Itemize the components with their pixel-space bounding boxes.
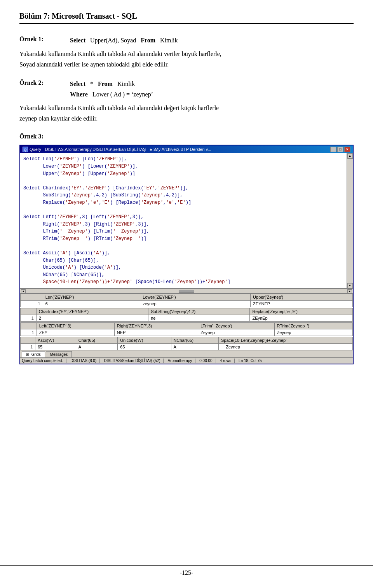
status-time: 0:00:00 (199, 359, 216, 363)
maximize-button[interactable]: □ (337, 147, 343, 152)
example2-code1: Select * From Kimlik (70, 79, 354, 89)
example2-section: Örnek 2: Select * From Kimlik Where Lowe… (19, 79, 354, 124)
page-title: Bölüm 7: Microsoft Transact - SQL (19, 12, 354, 21)
col-header-charindex: CharIndex('EY','ZEYNEP') (36, 308, 148, 315)
example2-label: Örnek 2: (19, 79, 70, 86)
col-header-left: Left('ZEYNEP',3) (37, 323, 114, 329)
col-header-nchar: NChar(65) (171, 337, 218, 344)
example2-desc: Yukarıdaki kullanımda Kimlik adlı tablod… (19, 103, 354, 124)
results-table-4: Ascii('A') Char(65) Unicode('A') NChar(6… (20, 337, 353, 350)
col-header-unicode: Unicode('A') (118, 337, 171, 344)
status-rows: 4 rows (220, 359, 235, 363)
sql-line-10: RTrim('Zeynep ') [RTrim('Zeynep ')] (23, 235, 343, 243)
sql-line-4: Select CharIndex('EY','ZEYNEP') [CharInd… (23, 185, 343, 192)
window-title: Query - DISLITAS.Aromatherapy.DISLITAS\S… (30, 147, 211, 152)
grids-icon: ⊞ (26, 352, 29, 357)
sql-line-2: Lower('ZEYNEP') [Lower('ZEYNEP')], (23, 163, 343, 170)
col-header-substring: SubString('Zeynep',4,2) (148, 308, 250, 315)
sql-line-13: Unicode('A') [Unicode('A')], (23, 264, 343, 271)
sql-line-9: LTrim(' Zeynep') [LTrim(' Zeynep')], (23, 228, 343, 235)
row-num: 1 (21, 301, 43, 307)
editor-container: Select Len('ZEYNEP') [Len('ZEYNEP')], Lo… (20, 153, 353, 289)
cell-space-zeynep: Zeynep (219, 344, 353, 350)
cell-right: NEP (114, 329, 198, 336)
messages-tab[interactable]: Messages (46, 351, 72, 357)
sql-line-11: Select Ascii('A') [Ascii('A')], (23, 250, 343, 257)
result-row: 1 6 zeynep ZEYNEP (21, 301, 353, 307)
sql-line-15: Space(10-Len('Zeynep'))+'Zeynep' [Space(… (23, 278, 343, 286)
result-row4: 1 65 A 65 A Zeynep (21, 344, 353, 350)
h-scrollbar[interactable]: ◄ ► (20, 289, 353, 293)
col-header-rownum3 (21, 323, 37, 329)
sql-line-14: NChar(65) [NChar(65)], (23, 271, 343, 279)
cell-ascii: 65 (35, 344, 76, 350)
example1-desc: Yukarıdaki kullanımda Kimlik adlı tablod… (19, 49, 354, 70)
row-num4: 1 (21, 344, 35, 350)
example3-section: Örnek 3: Q Query - DISLITAS.Aromatherapy… (19, 133, 354, 364)
col-header-ltrim: LTrim(' Zeynep') (198, 323, 274, 329)
cell-upper: ZEYNEP (251, 301, 353, 307)
example1-label: Örnek 1: (19, 35, 70, 43)
query-titlebar: Q Query - DISLITAS.Aromatherapy.DISLITAS… (20, 145, 353, 153)
col-header-rownum4 (21, 337, 35, 344)
scroll-up-btn[interactable]: ▲ (347, 153, 353, 159)
example1-content: Select Upper(Ad), Soyad From Kimlik (70, 35, 354, 46)
titlebar-buttons[interactable]: _ □ ✕ (330, 147, 350, 152)
cell-substring: ne (148, 315, 250, 322)
cell-char: A (76, 344, 117, 350)
grids-tab[interactable]: ⊞ Grids (22, 351, 45, 357)
col-header-rownum2 (21, 308, 37, 315)
col-header-rtrim: RTrim('Zeynep ') (274, 323, 352, 329)
page-header: Bölüm 7: Microsoft Transact - SQL (19, 12, 354, 24)
cell-replace: ZEynEp (250, 315, 353, 322)
query-editor[interactable]: Select Len('ZEYNEP') [Len('ZEYNEP')], Lo… (20, 153, 347, 289)
sql-line-5: SubString('Zeynep',4,2) [SubString('Zeyn… (23, 192, 343, 199)
h-scroll-track2 (194, 290, 347, 293)
col-header-rownum (21, 294, 43, 301)
cell-unicode: 65 (118, 344, 171, 350)
result-row2: 1 2 ne ZEynEp (21, 315, 353, 322)
sql-line-12: Char(65) [Char(65)], (23, 257, 343, 264)
result-row3: 1 ZEY NEP Zeynep Zeynep (21, 329, 353, 336)
col-header-lower: Lower('ZEYNEP') (140, 294, 251, 301)
cell-lower: zeynep (140, 301, 251, 307)
row-num3: 1 (21, 329, 37, 336)
results-area: Len('ZEYNEP') Lower('ZEYNEP') Upper('Zey… (20, 293, 353, 350)
status-cursor: Ln 18, Col 75 (239, 359, 262, 363)
sql-line-blank1 (23, 177, 343, 185)
cell-nchar: A (171, 344, 218, 350)
scroll-track (348, 159, 352, 283)
sql-line-6: Replace('Zeynep','e','E') [Replace('Zeyn… (23, 199, 343, 206)
example2-content: Select * From Kimlik Where Lower ( Ad ) … (70, 79, 354, 100)
editor-scrollbar[interactable]: ▲ ▼ (347, 153, 353, 289)
minimize-button[interactable]: _ (330, 147, 336, 152)
status-db: Aromatherapy (167, 359, 195, 363)
query-window: Q Query - DISLITAS.Aromatherapy.DISLITAS… (19, 145, 354, 364)
select-keyword: Select (70, 37, 85, 44)
example1-section: Örnek 1: Select Upper(Ad), Soyad From Ki… (19, 35, 354, 70)
example3-label: Örnek 3: (19, 133, 354, 140)
status-query: Query batch completed. (22, 359, 66, 363)
close-button[interactable]: ✕ (344, 147, 350, 152)
row-num2: 1 (21, 315, 37, 322)
h-scroll-thumb (179, 290, 194, 293)
cell-left: ZEY (37, 329, 114, 336)
results-table-2: CharIndex('EY','ZEYNEP') SubString('Zeyn… (20, 308, 353, 322)
col-header-len: Len('ZEYNEP') (43, 294, 140, 301)
status-bar: Query batch completed. DISLITAS (8.0) DI… (20, 358, 353, 364)
results-table-1: Len('ZEYNEP') Lower('ZEYNEP') Upper('Zey… (20, 294, 353, 307)
query-icon: Q (23, 147, 28, 152)
col-header-char: Char(65) (76, 337, 117, 344)
sql-line-7: Select Left('ZEYNEP',3) [Left('ZEYNEP',3… (23, 214, 343, 221)
cell-len: 6 (43, 301, 140, 307)
status-server: DISLITAS (8.0) (70, 359, 100, 363)
scroll-left-btn[interactable]: ◄ (21, 289, 26, 293)
cell-ltrim: Zeynep (198, 329, 274, 336)
scroll-right-btn[interactable]: ► (347, 289, 352, 293)
scroll-down-btn[interactable]: ▼ (347, 283, 353, 289)
results-table-3: Left('ZEYNEP',3) Right('ZEYNEP',3) LTrim… (20, 322, 353, 336)
result-tabs[interactable]: ⊞ Grids Messages (20, 350, 353, 358)
example1-code: Select Upper(Ad), Soyad From Kimlik (70, 35, 354, 46)
h-scroll-track (26, 290, 179, 293)
status-user: DISLITAS\Serkan DİŞLİTAŞ (52) (104, 359, 164, 363)
